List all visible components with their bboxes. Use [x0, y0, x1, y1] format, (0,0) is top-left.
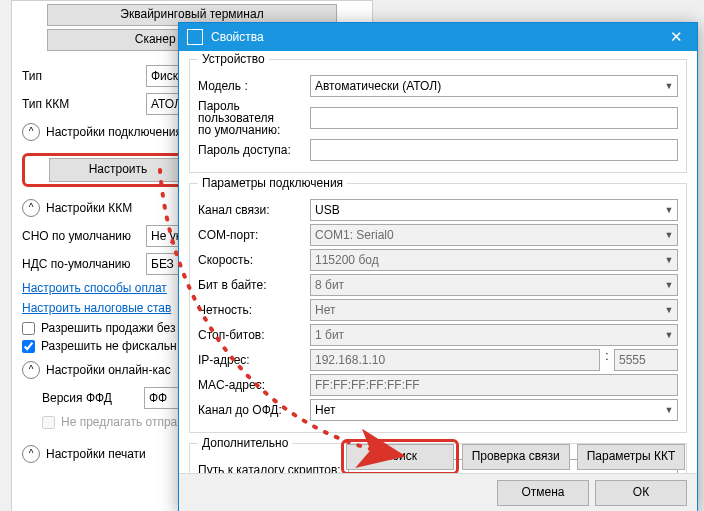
bits-select: 8 бит▼: [310, 274, 678, 296]
chevron-down-icon: ▼: [661, 225, 677, 245]
speed-select: 115200 бод▼: [310, 249, 678, 271]
bits-label: Бит в байте:: [198, 278, 310, 292]
connection-group: Параметры подключения Канал связи:USB▼ C…: [189, 183, 687, 433]
connection-section-label: Настройки подключения: [46, 125, 182, 139]
parity-label: Четность:: [198, 303, 310, 317]
parity-select: Нет▼: [310, 299, 678, 321]
allow-nonfiscal-label: Разрешить не фискальн: [41, 339, 177, 353]
type-label: Тип: [22, 69, 140, 83]
setup-button[interactable]: Настроить: [49, 158, 187, 182]
ffd-label: Версия ФФД: [42, 391, 138, 405]
cancel-button[interactable]: Отмена: [497, 480, 589, 506]
kkt-params-button[interactable]: Параметры ККТ: [577, 444, 685, 470]
online-section-label: Настройки онлайн-кас: [46, 363, 171, 377]
ofd-label: Канал до ОФД:: [198, 403, 310, 417]
mac-value: FF:FF:FF:FF:FF:FF: [315, 378, 420, 392]
chevron-down-icon: ▼: [661, 325, 677, 345]
chevron-down-icon: ▼: [661, 76, 677, 96]
chevron-up-icon: ^: [22, 361, 40, 379]
chevron-down-icon: ▼: [661, 200, 677, 220]
channel-label: Канал связи:: [198, 203, 310, 217]
port-separator: :: [604, 349, 610, 371]
chevron-down-icon: ▼: [661, 275, 677, 295]
access-password-input[interactable]: [310, 139, 678, 161]
chevron-down-icon: ▼: [661, 300, 677, 320]
model-value: Автоматически (АТОЛ): [315, 79, 441, 93]
titlebar[interactable]: Свойства ✕: [179, 23, 697, 51]
dialog-footer: Отмена ОК: [179, 473, 697, 511]
no-offer-send-label: Не предлагать отправ: [61, 415, 184, 429]
com-port-select: COM1: Serial0▼: [310, 224, 678, 246]
speed-label: Скорость:: [198, 253, 310, 267]
model-label: Модель :: [198, 79, 310, 93]
com-port-value: COM1: Serial0: [315, 228, 394, 242]
allow-sales-label: Разрешить продажи без: [41, 321, 175, 335]
kkm-section-label: Настройки ККМ: [46, 201, 132, 215]
user-password-input[interactable]: [310, 107, 678, 129]
parity-value: Нет: [315, 303, 335, 317]
ip-label: IP-адрес:: [198, 353, 310, 367]
chevron-up-icon: ^: [22, 123, 40, 141]
ok-button[interactable]: ОК: [595, 480, 687, 506]
ip-value: 192.168.1.10: [315, 353, 385, 367]
nds-label: НДС по-умолчанию: [22, 257, 140, 271]
stopbits-value: 1 бит: [315, 328, 344, 342]
properties-dialog: Свойства ✕ Устройство Модель : Автоматич…: [178, 22, 698, 511]
channel-select[interactable]: USB▼: [310, 199, 678, 221]
ip-input: 192.168.1.10: [310, 349, 600, 371]
stopbits-label: Стоп-битов:: [198, 328, 310, 342]
mac-label: MAC-адрес:: [198, 378, 310, 392]
chevron-down-icon: ▼: [661, 250, 677, 270]
mac-input: FF:FF:FF:FF:FF:FF: [310, 374, 678, 396]
search-button[interactable]: Поиск: [346, 444, 454, 470]
device-group: Устройство Модель : Автоматически (АТОЛ)…: [189, 59, 687, 173]
search-button-label: Поиск: [384, 449, 417, 463]
kkm-type-label: Тип ККМ: [22, 97, 140, 111]
check-connection-button[interactable]: Проверка связи: [462, 444, 570, 470]
access-password-label: Пароль доступа:: [198, 143, 310, 157]
port-input: 5555: [614, 349, 678, 371]
model-select[interactable]: Автоматически (АТОЛ)▼: [310, 75, 678, 97]
print-section-label: Настройки печати: [46, 447, 146, 461]
ofd-value: Нет: [315, 403, 335, 417]
channel-value: USB: [315, 203, 340, 217]
window-title: Свойства: [211, 30, 655, 44]
stopbits-select: 1 бит▼: [310, 324, 678, 346]
action-bar: Поиск Проверка связи Параметры ККТ: [179, 444, 697, 470]
port-value: 5555: [619, 353, 646, 367]
com-port-label: COM-порт:: [198, 228, 310, 242]
user-password-label: Пароль пользователя по умолчанию:: [198, 100, 310, 136]
connection-legend: Параметры подключения: [198, 176, 347, 190]
bits-value: 8 бит: [315, 278, 344, 292]
close-button[interactable]: ✕: [655, 23, 697, 51]
ofd-select[interactable]: Нет▼: [310, 399, 678, 421]
device-legend: Устройство: [198, 52, 269, 66]
speed-value: 115200 бод: [315, 253, 379, 267]
chevron-up-icon: ^: [22, 199, 40, 217]
window-icon: [187, 29, 203, 45]
chevron-down-icon: ▼: [661, 400, 677, 420]
sno-label: СНО по умолчанию: [22, 229, 140, 243]
chevron-up-icon: ^: [22, 445, 40, 463]
